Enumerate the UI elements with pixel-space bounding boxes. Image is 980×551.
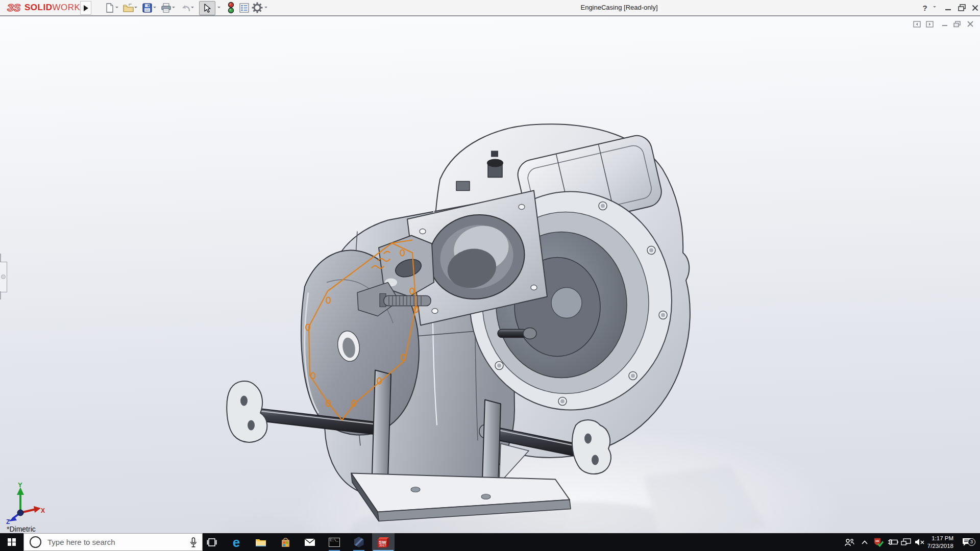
solidworks-logo: ЗS SOLIDWORKS: [6, 2, 86, 14]
solidworks-2017-icon: SW 2017: [378, 537, 389, 547]
date-label: 7/23/2018: [927, 542, 953, 550]
mail-icon: [304, 538, 315, 546]
taskbar-app-solidworks[interactable]: SW 2017: [372, 533, 395, 551]
new-document-caret[interactable]: [115, 7, 118, 10]
orientation-triad: Y X Z: [4, 481, 47, 524]
child-minimize-icon: [942, 21, 948, 27]
search-placeholder: Type here to search: [47, 538, 115, 546]
task-view-icon: [207, 538, 217, 546]
action-center-button[interactable]: 3: [959, 533, 976, 551]
select-tool-button[interactable]: [199, 1, 215, 15]
gear-icon: [252, 2, 263, 13]
taskbar-app-hexagon[interactable]: [348, 533, 370, 551]
minimize-icon: [945, 5, 951, 11]
close-button[interactable]: [969, 2, 980, 13]
task-view-button[interactable]: [201, 533, 223, 551]
undo-arrow-icon: [181, 4, 191, 12]
close-icon: [972, 5, 978, 11]
save-button[interactable]: [141, 2, 153, 14]
save-caret[interactable]: [153, 7, 156, 10]
windows-logo-icon: [8, 538, 16, 546]
hexagon-app-icon: [354, 537, 364, 547]
splitter-line: [0, 254, 1, 262]
child-restore-button[interactable]: [951, 19, 963, 29]
child-close-icon: [967, 21, 973, 27]
start-button[interactable]: [0, 533, 23, 551]
splitter-line: [0, 291, 1, 299]
print-caret[interactable]: [172, 7, 175, 10]
view-orientation-label: *Dimetric: [7, 525, 36, 533]
help-caret[interactable]: [933, 6, 936, 9]
solidworks-shield-icon: sw: [873, 537, 884, 547]
clock[interactable]: 1:17 PM 7/23/2018: [922, 533, 953, 551]
store-icon: [281, 537, 290, 547]
battery-plug-icon: [888, 539, 898, 545]
battery-tray[interactable]: [886, 533, 899, 551]
select-cursor-icon: [204, 4, 211, 13]
action-center-icon: 3: [962, 538, 972, 547]
title-bar: ЗS SOLIDWORKS: [0, 0, 980, 16]
print-icon: [161, 3, 172, 13]
screen: ЗS SOLIDWORKS: [0, 0, 980, 551]
engine-casing-model[interactable]: [0, 16, 980, 551]
file-explorer-icon: [255, 538, 266, 547]
rebuild-traffic-light-button[interactable]: [225, 2, 237, 14]
menu-flyout-button[interactable]: [80, 1, 91, 15]
child-close-button[interactable]: [965, 19, 976, 29]
chevron-up-icon: [862, 540, 868, 544]
svg-text:sw: sw: [875, 539, 879, 542]
y-axis-label: Y: [18, 481, 22, 489]
new-document-icon: [106, 3, 114, 13]
time-label: 1:17 PM: [932, 535, 953, 542]
graphics-viewport[interactable]: Y X Z *Dimetric: [0, 16, 980, 533]
dassault-3s-logo-icon: ЗS: [6, 1, 23, 14]
flyout-arrow-icon: [84, 5, 91, 11]
network-tray[interactable]: [899, 533, 913, 551]
options-button[interactable]: [251, 2, 263, 14]
select-tool-caret[interactable]: [217, 7, 220, 10]
help-button[interactable]: ?: [919, 2, 931, 13]
new-document-button[interactable]: [104, 2, 116, 14]
open-caret[interactable]: [134, 7, 137, 10]
restore-icon: [958, 4, 966, 11]
featuremanager-tab[interactable]: [0, 262, 7, 292]
network-icon: [901, 538, 911, 546]
people-icon: [844, 538, 854, 546]
taskbar-app-mail[interactable]: [299, 533, 321, 551]
panel-collapse-left-button[interactable]: [911, 19, 922, 29]
x-axis-label: X: [41, 507, 45, 514]
z-axis-label: Z: [6, 518, 10, 524]
engine-casing-geometry: [227, 124, 690, 521]
taskbar-app-store[interactable]: [274, 533, 297, 551]
splitter-dot-icon: [1, 274, 6, 279]
taskbar-app-edge[interactable]: e: [225, 533, 248, 551]
options-caret[interactable]: [264, 7, 267, 10]
undo-button[interactable]: [180, 2, 192, 14]
hidden-icons-button[interactable]: [859, 533, 871, 551]
traffic-light-icon: [228, 2, 234, 14]
microphone-icon[interactable]: [190, 537, 197, 548]
save-floppy-icon: [142, 3, 152, 13]
print-button[interactable]: [160, 2, 172, 14]
minimize-button[interactable]: [942, 2, 954, 13]
open-folder-icon: [123, 4, 134, 12]
child-restore-icon: [953, 21, 961, 28]
document-title: EngineCasing [Read-only]: [580, 4, 657, 11]
panel-collapse-right-button[interactable]: [924, 19, 935, 29]
open-button[interactable]: [122, 2, 134, 14]
taskbar-app-command-prompt[interactable]: C:\_: [323, 533, 346, 551]
people-button[interactable]: [841, 533, 857, 551]
undo-caret[interactable]: [191, 7, 194, 10]
taskbar-search[interactable]: Type here to search: [23, 533, 203, 551]
edge-icon: e: [233, 536, 240, 549]
panel-collapse-right-icon: [926, 21, 934, 28]
restore-button[interactable]: [955, 2, 968, 13]
solidworks-monitor-tray[interactable]: sw: [872, 533, 885, 551]
file-properties-icon: [239, 3, 249, 13]
taskbar-app-file-explorer[interactable]: [250, 533, 272, 551]
child-minimize-button[interactable]: [939, 19, 950, 29]
notification-badge: 3: [968, 538, 975, 546]
command-prompt-icon: C:\_: [329, 538, 340, 547]
svg-text:ЗS: ЗS: [7, 2, 21, 13]
file-properties-button[interactable]: [238, 2, 250, 14]
